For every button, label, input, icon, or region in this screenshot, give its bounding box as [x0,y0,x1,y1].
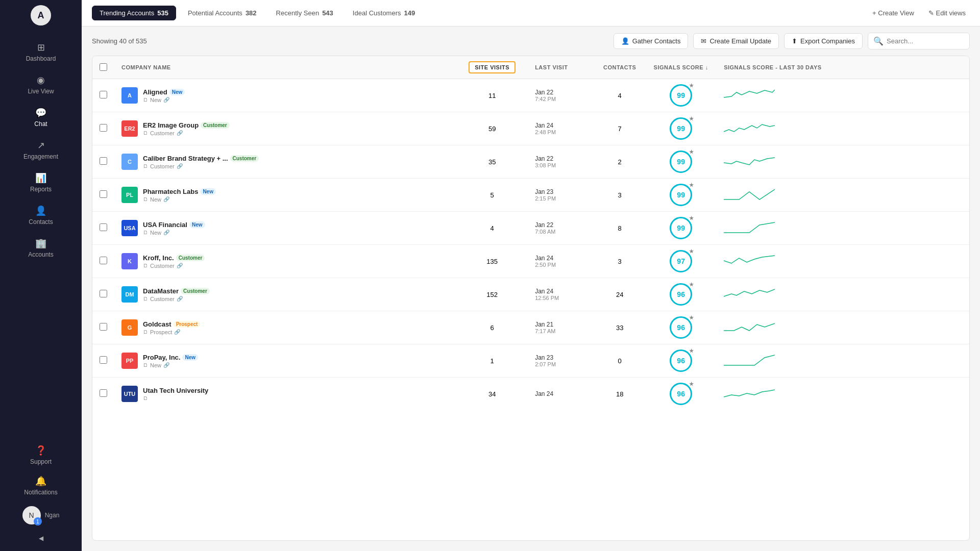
external-link-icon[interactable]: 🔗 [163,362,169,368]
sidebar-item-user[interactable]: N 1 Ngan [0,502,82,529]
company-logo: UTU [121,386,138,402]
row-checkbox[interactable] [100,124,107,132]
company-sub: 🗋 [143,395,208,401]
company-logo: PL [121,187,138,203]
sidebar-item-dashboard[interactable]: ⊞ Dashboard [0,36,82,68]
col-company-name[interactable]: COMPANY NAME [114,56,456,79]
site-visits-value: 135 [486,258,498,265]
external-link-icon[interactable]: 🔗 [163,97,169,103]
external-link-icon[interactable]: 🔗 [174,329,180,335]
company-type: Prospect [150,329,172,335]
site-visits-cell: 4 [456,212,528,245]
signals-score-cell: 96 ★ [645,344,717,378]
company-type: Customer [150,163,175,169]
site-visits-cell: 59 [456,112,528,145]
company-type: Customer [150,263,175,269]
company-logo: A [121,87,138,104]
copy-icon: 🗋 [143,395,148,401]
signals-score-cell: 99 ★ [645,79,717,112]
col-signals-score[interactable]: SIGNALS SCORE ↓ [645,56,717,79]
row-checkbox[interactable] [100,323,107,331]
search-input[interactable] [887,37,964,45]
companies-table: COMPANY NAME SITE VISITS LAST VISIT CONT… [92,56,969,410]
company-type: New [150,196,161,203]
external-link-icon[interactable]: 🔗 [177,163,183,169]
score-star: ★ [689,315,694,320]
showing-text: Showing 40 of 535 [92,37,147,45]
sidebar-item-reports[interactable]: 📊 Reports [0,166,82,199]
sidebar-item-live-view[interactable]: ◉ Live View [0,68,82,101]
company-type: New [150,97,161,103]
sidebar-item-contacts[interactable]: 👤 Contacts [0,199,82,232]
tab-ideal-customers[interactable]: Ideal Customers 149 [345,6,423,20]
site-visits-cell: 6 [456,311,528,344]
tabs-bar: Trending Accounts 535 Potential Accounts… [82,0,980,27]
company-type: New [150,230,161,236]
sparkline-cell [717,179,969,212]
col-site-visits[interactable]: SITE VISITS [456,56,528,79]
live-view-icon: ◉ [37,74,45,86]
row-checkbox[interactable] [100,389,107,397]
tab-potential-accounts[interactable]: Potential Accounts 382 [180,6,264,20]
company-type: Customer [150,130,175,136]
company-sub: 🗋 Customer 🔗 [143,263,205,269]
sidebar-item-engagement[interactable]: ↗ Engagement [0,134,82,166]
sparkline-chart [724,154,775,169]
external-link-icon[interactable]: 🔗 [163,230,169,235]
edit-views-button[interactable]: ✎ Edit views [924,7,970,19]
copy-icon: 🗋 [143,263,148,268]
sidebar-item-support[interactable]: ❓ Support [0,441,82,469]
row-checkbox[interactable] [100,356,107,364]
col-contacts[interactable]: CONTACTS [594,56,645,79]
select-all-checkbox[interactable] [100,63,107,71]
row-checkbox-cell [92,278,114,311]
search-box[interactable]: 🔍 [868,33,970,49]
external-link-icon[interactable]: 🔗 [177,130,183,136]
toolbar: Showing 40 of 535 👤 Gather Contacts ✉ Cr… [82,27,980,56]
tab-recently-seen[interactable]: Recently Seen 543 [268,6,341,20]
create-view-button[interactable]: + Create View [868,7,918,19]
row-checkbox[interactable] [100,290,107,297]
sidebar-collapse-btn[interactable]: ◀ [0,531,82,546]
sparkline-cell [717,378,969,411]
create-email-button[interactable]: ✉ Create Email Update [693,33,779,49]
col-last-visit[interactable]: LAST VISIT [528,56,594,79]
contacts-cell: 33 [594,311,645,344]
external-link-icon[interactable]: 🔗 [163,196,169,202]
sidebar-item-accounts[interactable]: 🏢 Accounts [0,232,82,264]
company-logo: DM [121,286,138,303]
contacts-cell: 7 [594,112,645,145]
sparkline-cell [717,278,969,311]
export-button[interactable]: ⬆ Export Companies [784,33,863,49]
company-logo: PP [121,353,138,369]
company-sub: 🗋 Customer 🔗 [143,163,259,169]
site-visits-value: 4 [491,224,494,232]
copy-icon: 🗋 [143,329,148,335]
sidebar-item-chat[interactable]: 💬 Chat [0,101,82,134]
row-checkbox[interactable] [100,91,107,98]
company-name: ER2 Image Group Customer [143,121,230,129]
site-visits-value: 59 [488,125,496,133]
row-checkbox[interactable] [100,157,107,165]
sparkline-chart [724,220,775,235]
gather-contacts-button[interactable]: 👤 Gather Contacts [614,33,689,49]
company-name: Pharmatech Labs New [143,188,216,195]
external-link-icon[interactable]: 🔗 [177,263,183,268]
row-checkbox[interactable] [100,190,107,198]
last-visit-time: 7:08 AM [535,229,587,235]
sidebar-item-notifications[interactable]: 🔔 Notifications [0,471,82,500]
signals-score-cell: 97 ★ [645,245,717,278]
external-link-icon[interactable]: 🔗 [177,296,183,302]
last-visit-time: 2:50 PM [535,262,587,268]
sidebar-item-label: Live View [28,88,54,95]
sparkline-cell [717,145,969,179]
company-name: Kroff, Inc. Customer [143,254,205,262]
row-checkbox[interactable] [100,257,107,264]
col-signals-30[interactable]: SIGNALS SCORE - LAST 30 DAYS [717,56,969,79]
company-name: ProPay, Inc. New [143,354,198,361]
score-value: 99 [677,158,685,166]
company-cell: UTU Utah Tech University 🗋 [114,378,456,411]
row-checkbox[interactable] [100,223,107,231]
tab-trending-accounts[interactable]: Trending Accounts 535 [92,6,176,20]
site-visits-cell: 5 [456,179,528,212]
